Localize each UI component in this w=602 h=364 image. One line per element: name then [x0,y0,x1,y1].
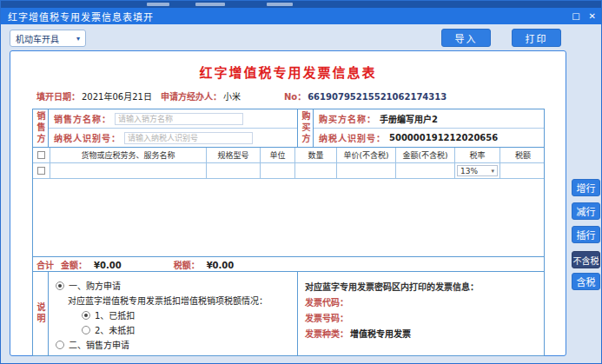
seller-section: 销售方 销售方名称： 纳税人识别号： [33,109,297,147]
chevron-down-icon: ▾ [76,35,80,43]
remove-row-button[interactable]: 减行 [572,202,600,220]
buyer-taxid-value: 500000191212020656 [389,133,498,142]
buyer-name-value: 手册编写用户2 [380,112,438,125]
goods-table-header: 货物或应税劳务、服务名称 规格型号 单位 数量 单价(不含税) 金额(不含税) … [33,148,544,163]
select-all-checkbox[interactable] [37,151,45,159]
background-menu-fragment [195,3,225,6]
invoice-kind-value: 增值税专用发票 [350,327,411,340]
invoice-number-label: 发票号码： [305,311,348,324]
col-header-tax-rate: 税率 [455,148,500,162]
deduction-title: 对应蓝字增值税专用发票抵扣增值税销项税额情况： [68,294,268,307]
fill-date-label: 填开日期： [36,92,80,102]
goods-table-row: 13% ▾ [33,163,544,179]
close-icon[interactable]: ✕ [589,10,596,23]
notes-section: 说明 一、购方申请 对应蓝字增值税专用发票抵扣增值税销项税额情况： 1、已抵扣 [33,272,544,355]
seller-taxid-label: 纳税人识别号： [54,131,121,144]
total-amount-label: 金额： [61,261,87,270]
blue-invoice-info-title: 对应蓝字专用发票密码区内打印的发票信息： [305,278,544,294]
form-info-row: 填开日期：2021年06月21日 申请方经办人：小米 No：6619079521… [36,89,566,102]
invoice-type-select[interactable]: 机动车开具 ▾ [10,30,86,47]
radio-not-deducted[interactable] [82,326,90,334]
row-checkbox[interactable] [37,167,45,175]
party-block: 销售方 销售方名称： 纳税人识别号： 购买方 [33,109,544,148]
total-label: 合计 [36,258,54,271]
invoice-no-label: No： [284,92,306,102]
notes-side-label: 说明 [33,272,49,355]
total-row: 合计 金额：¥0.00 税额：¥0.00 [33,257,544,272]
col-header-tax-amount: 税额 [500,148,546,162]
background-menubar [1,1,601,8]
cell-spec[interactable] [207,163,261,178]
col-header-amount: 金额(不含税) [396,148,455,162]
cell-amount[interactable] [396,163,455,178]
invoice-no-group: No：66190795215521062174313 [284,89,447,103]
applicant-value: 小米 [223,92,241,102]
radio-seller-apply[interactable] [56,341,64,349]
buyer-name-label: 购买方名称： [319,112,376,125]
goods-table-empty-area [33,179,544,257]
applicant-label: 申请方经办人： [161,92,222,102]
seller-name-label: 销售方名称： [54,112,111,125]
seller-taxid-input[interactable] [124,132,253,144]
fill-date-group: 填开日期：2021年06月21日 [36,89,152,103]
print-button[interactable]: 打印 [512,29,561,47]
col-header-quantity: 数量 [295,148,337,162]
buyer-taxid-label: 纳税人识别号： [319,131,386,144]
tax-exclusive-button[interactable]: 不含税 [572,251,600,268]
cell-unit[interactable] [261,163,295,178]
seller-side-label: 销售方 [33,109,49,147]
buyer-section: 购买方 购买方名称： 手册编写用户2 纳税人识别号： 5000001912120… [297,109,544,147]
invoice-form-table: 销售方 销售方名称： 纳税人识别号： 购买方 [32,109,545,356]
total-amount-value: ¥0.00 [94,261,122,270]
background-menu-fragment [147,3,169,6]
cell-unit-price[interactable] [337,163,396,178]
cell-quantity[interactable] [295,163,337,178]
chevron-down-icon: ▾ [491,168,494,175]
total-tax-value: ¥0.00 [207,261,235,270]
invoice-code-label: 发票代码： [305,295,348,308]
form-title: 红字增值税专用发票信息表 [10,63,566,81]
radio-seller-apply-label: 二、销售方申请 [69,338,129,351]
radio-deducted[interactable] [82,311,90,320]
radio-deducted-label: 1、已抵扣 [95,308,135,321]
maximize-icon[interactable]: □ [572,10,579,23]
fill-date-value: 2021年06月21日 [82,92,152,102]
radio-buyer-apply[interactable] [56,281,64,290]
seller-name-input[interactable] [115,113,243,125]
apply-options: 一、购方申请 对应蓝字增值税专用发票抵扣增值税销项税额情况： 1、已抵扣 2、未… [49,272,297,355]
radio-not-deducted-label: 2、未抵扣 [95,323,135,336]
background-menu-fragment [267,3,293,6]
applicant-group: 申请方经办人：小米 [161,89,241,103]
app-window: 红字增值税专用发票信息表填开 □ ✕ 机动车开具 ▾ 导入 打印 红字增值税专用… [0,0,602,364]
blue-invoice-info: 对应蓝字专用发票密码区内打印的发票信息： 发票代码： 发票号码： 发票种类： 增… [297,272,544,355]
tax-rate-select[interactable]: 13% ▾ [457,165,498,176]
col-header-unit: 单位 [261,148,295,162]
total-tax-group: 税额：¥0.00 [174,258,235,271]
window-controls: □ ✕ [572,10,596,23]
total-amount-group: 金额：¥0.00 [61,258,122,271]
cell-goods-name[interactable] [50,163,207,178]
toolbar-actions: 导入 打印 [441,29,561,47]
tax-rate-value: 13% [460,167,478,175]
invoice-no-value: 66190795215521062174313 [308,92,447,102]
col-header-unit-price: 单价(不含税) [337,148,396,162]
buyer-side-label: 购买方 [298,109,314,147]
window-titlebar: 红字增值税专用发票信息表填开 □ ✕ [1,8,601,24]
col-header-goods-name: 货物或应税劳务、服务名称 [50,148,207,162]
tax-inclusive-button[interactable]: 含税 [572,273,600,290]
window-title: 红字增值税专用发票信息表填开 [8,10,154,23]
col-header-spec: 规格型号 [207,148,261,162]
import-button[interactable]: 导入 [441,29,491,47]
invoice-kind-label: 发票种类： [305,327,348,340]
total-tax-label: 税额： [174,261,200,270]
add-row-button[interactable]: 增行 [572,179,600,196]
cell-tax-amount[interactable] [500,163,546,178]
form-panel: 红字增值税专用发票信息表 填开日期：2021年06月21日 申请方经办人：小米 … [10,50,566,356]
radio-buyer-apply-label: 一、购方申请 [69,279,121,292]
invoice-type-value: 机动车开具 [16,32,59,45]
insert-row-button[interactable]: 插行 [572,226,600,243]
toolbar: 机动车开具 ▾ 导入 打印 [1,24,601,50]
